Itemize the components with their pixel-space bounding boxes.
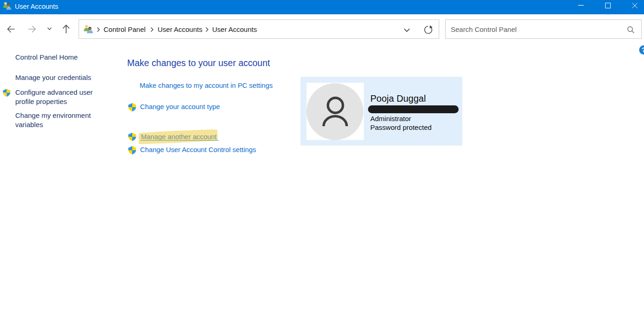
svg-text:?: ? (642, 46, 644, 54)
